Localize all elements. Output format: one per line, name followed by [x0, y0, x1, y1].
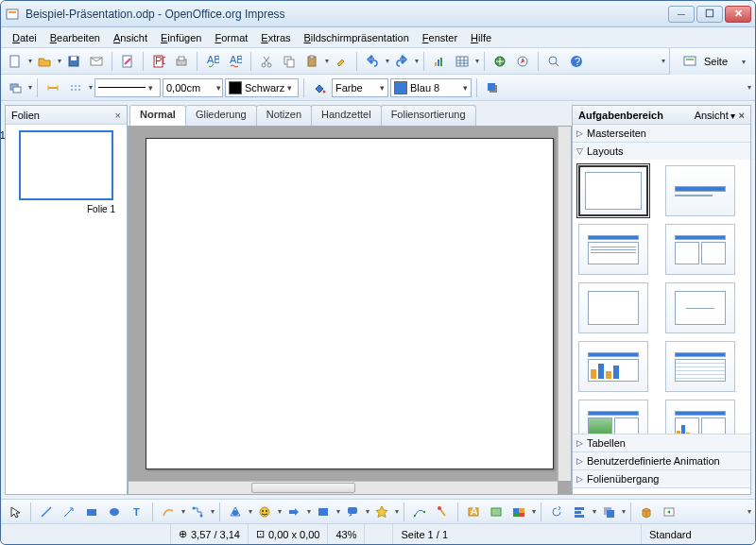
section-layouts-header[interactable]: ▽Layouts — [573, 143, 750, 160]
menu-extras[interactable]: Extras — [255, 30, 296, 45]
toolbar2-overflow[interactable]: ▾ — [747, 83, 751, 92]
menu-bearbeiten[interactable]: Bearbeiten — [44, 30, 106, 45]
slides-panel-close-icon[interactable]: × — [115, 110, 121, 121]
undo-dropdown[interactable]: ▾ — [385, 57, 389, 65]
horizontal-scrollbar[interactable] — [129, 481, 558, 494]
paste-icon[interactable] — [301, 51, 322, 72]
table-dropdown[interactable]: ▾ — [474, 57, 479, 65]
star-shapes-icon[interactable] — [371, 502, 392, 522]
curve-tool-icon[interactable] — [158, 502, 179, 522]
line-width-combo[interactable]: ▾ — [163, 78, 223, 97]
line-style-combo[interactable]: ▾ — [94, 78, 161, 97]
line-endings-icon[interactable] — [43, 77, 63, 98]
curve-dropdown[interactable]: ▾ — [180, 507, 185, 516]
layout-title-chart[interactable] — [578, 341, 648, 392]
tab-foliensortierung[interactable]: Foliensortierung — [381, 105, 476, 126]
menu-bildschirmpraesentation[interactable]: Bildschirmpräsentation — [299, 30, 415, 45]
new-doc-icon[interactable] — [5, 51, 26, 72]
status-insert-mode[interactable] — [365, 524, 393, 544]
slide-thumbnail[interactable] — [19, 130, 113, 200]
spellcheck-icon[interactable]: ABC — [202, 51, 223, 72]
menu-datei[interactable]: Datei — [7, 30, 43, 45]
basic-shapes-dropdown[interactable]: ▾ — [248, 507, 252, 516]
task-pane-close-icon[interactable]: × — [739, 110, 745, 121]
line-tool-icon[interactable] — [36, 502, 57, 522]
close-button[interactable]: ✕ — [725, 6, 751, 23]
zoom-icon[interactable] — [543, 51, 564, 72]
copy-icon[interactable] — [279, 51, 300, 72]
ellipse-tool-icon[interactable] — [104, 502, 125, 522]
glue-points-icon[interactable] — [432, 502, 453, 522]
section-masterseiten[interactable]: ▷Masterseiten — [573, 125, 750, 143]
edit-doc-icon[interactable] — [117, 51, 138, 72]
layout-content-only[interactable] — [578, 282, 648, 333]
task-pane-view-menu[interactable]: Ansicht ▾ — [695, 111, 736, 121]
chart-icon[interactable] — [429, 51, 450, 72]
menu-hilfe[interactable]: Hilfe — [465, 30, 497, 45]
shadow-icon[interactable] — [482, 77, 503, 98]
minimize-button[interactable]: ─ — [668, 6, 695, 23]
from-file-icon[interactable] — [486, 502, 507, 522]
arrange-dropdown[interactable]: ▾ — [27, 83, 32, 92]
layout-two-content[interactable] — [665, 224, 735, 275]
extrusion-icon[interactable] — [636, 502, 657, 522]
undo-icon[interactable] — [362, 51, 383, 72]
arrow-line-icon[interactable] — [59, 502, 79, 522]
layout-title-chart-text[interactable] — [665, 400, 735, 434]
callout-dropdown[interactable]: ▾ — [365, 507, 369, 516]
symbol-shapes-icon[interactable] — [254, 502, 275, 522]
vertical-scrollbar[interactable] — [558, 127, 571, 481]
pdf-export-icon[interactable]: PDF — [148, 51, 169, 72]
tab-normal[interactable]: Normal — [129, 105, 186, 126]
table-icon[interactable] — [452, 51, 472, 72]
section-benutzerdefinierte-animation[interactable]: ▷Benutzerdefinierte Animation — [573, 452, 750, 470]
gallery-dropdown[interactable]: ▾ — [531, 507, 536, 516]
line-color-combo[interactable]: Schwarz▾ — [225, 78, 299, 97]
basic-shapes-icon[interactable] — [225, 502, 246, 522]
slide-icon[interactable] — [679, 51, 700, 72]
help-icon[interactable]: ? — [566, 51, 587, 72]
section-tabellen[interactable]: ▷Tabellen — [573, 434, 750, 452]
redo-icon[interactable] — [391, 51, 412, 72]
menu-format[interactable]: Format — [209, 30, 253, 45]
layout-blank[interactable] — [578, 165, 648, 216]
drawbar-overflow[interactable]: ▾ — [747, 507, 751, 516]
arrange-order-dropdown[interactable]: ▾ — [621, 507, 626, 516]
email-icon[interactable] — [86, 51, 107, 72]
menu-einfuegen[interactable]: Einfügen — [155, 30, 207, 45]
symbol-shapes-dropdown[interactable]: ▾ — [277, 507, 282, 516]
fill-color-combo[interactable]: Blau 8▾ — [390, 78, 472, 97]
hyperlink-icon[interactable] — [490, 51, 510, 72]
line-style-dropdown[interactable]: ▾ — [88, 83, 93, 92]
align-icon[interactable] — [569, 502, 590, 522]
line-width-input[interactable] — [166, 82, 214, 94]
section-folienuebergang[interactable]: ▷Folienübergang — [573, 470, 750, 488]
toolbar-overflow[interactable]: ▾ — [661, 57, 665, 65]
area-fill-icon[interactable] — [309, 77, 330, 98]
rotate-icon[interactable] — [546, 502, 567, 522]
redo-dropdown[interactable]: ▾ — [414, 57, 419, 65]
page-toolbar-overflow[interactable]: ▾ — [741, 58, 746, 66]
text-tool-icon[interactable]: T — [127, 502, 147, 522]
callout-shapes-icon[interactable] — [342, 502, 363, 522]
connector-dropdown[interactable]: ▾ — [210, 507, 215, 516]
arrange-icon[interactable] — [5, 77, 26, 98]
print-icon[interactable] — [171, 51, 192, 72]
points-edit-icon[interactable] — [409, 502, 430, 522]
paste-dropdown[interactable]: ▾ — [324, 57, 329, 65]
layout-title-image-text[interactable] — [578, 400, 648, 434]
layout-title-content[interactable] — [578, 224, 648, 275]
menu-fenster[interactable]: Fenster — [417, 30, 463, 45]
status-zoom[interactable]: 43% — [328, 524, 365, 544]
block-arrows-dropdown[interactable]: ▾ — [306, 507, 311, 516]
cut-icon[interactable] — [256, 51, 277, 72]
save-icon[interactable] — [63, 51, 84, 72]
rectangle-tool-icon[interactable] — [81, 502, 102, 522]
new-doc-dropdown[interactable]: ▾ — [27, 57, 32, 65]
slide-canvas[interactable] — [146, 138, 554, 469]
menu-ansicht[interactable]: Ansicht — [108, 30, 153, 45]
hscroll-thumb[interactable] — [251, 483, 355, 493]
tab-notizen[interactable]: Notizen — [256, 105, 312, 126]
arrange-order-icon[interactable] — [598, 502, 619, 522]
fontwork-icon[interactable]: A — [463, 502, 484, 522]
